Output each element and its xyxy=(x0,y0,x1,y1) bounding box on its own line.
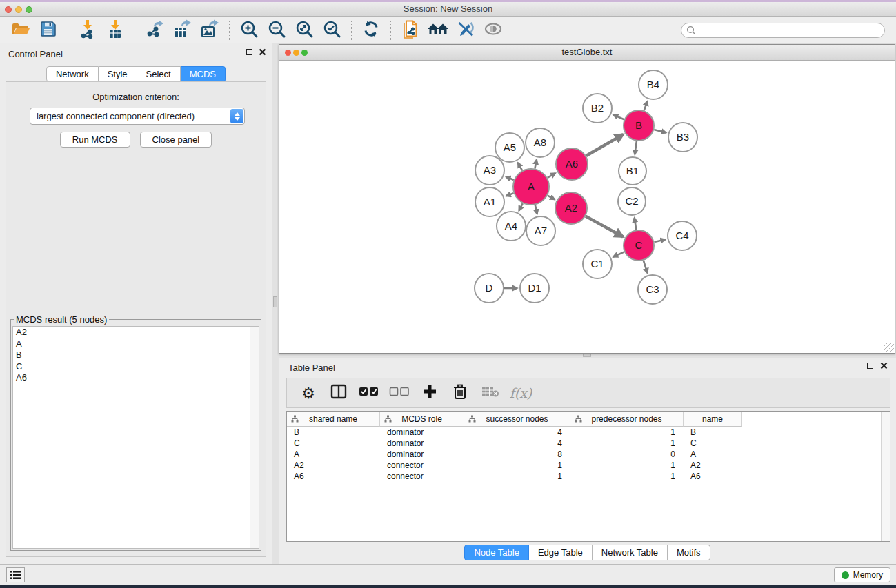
save-session-button[interactable] xyxy=(34,19,62,41)
cell-predecessor-nodes[interactable]: 1 xyxy=(570,460,684,471)
edge-B-B1[interactable] xyxy=(635,141,637,154)
cell-predecessor-nodes[interactable]: 0 xyxy=(570,449,684,460)
close-table-panel-icon[interactable] xyxy=(880,362,888,369)
edge-B-B4[interactable] xyxy=(644,101,648,111)
cell-shared-name[interactable]: B xyxy=(287,427,380,438)
cell-predecessor-nodes[interactable]: 1 xyxy=(570,427,684,438)
refresh-button[interactable] xyxy=(357,19,385,41)
edge-C-C4[interactable] xyxy=(655,239,666,242)
zoom-window-button[interactable] xyxy=(26,6,32,13)
zoom-fit-button[interactable] xyxy=(290,19,318,41)
cell-shared-name[interactable]: A6 xyxy=(287,471,380,482)
tab-node-table[interactable]: Node Table xyxy=(464,545,529,560)
zoom-in-button[interactable] xyxy=(235,19,263,41)
edge-B-B3[interactable] xyxy=(654,130,666,133)
hide-labels-button[interactable] xyxy=(452,19,479,41)
cell-shared-name[interactable]: C xyxy=(287,438,380,449)
zoom-selected-button[interactable] xyxy=(318,19,346,41)
table-scrollbar[interactable] xyxy=(881,412,890,541)
cell-predecessor-nodes[interactable]: 1 xyxy=(570,438,684,449)
column-header-mcds-role[interactable]: MCDS role xyxy=(380,412,464,427)
result-item[interactable]: C xyxy=(13,361,259,373)
cell-successor-nodes[interactable]: 1 xyxy=(464,460,570,471)
float-panel-icon[interactable] xyxy=(246,49,252,55)
tab-network-table[interactable]: Network Table xyxy=(593,545,668,560)
cell-mcds-role[interactable]: dominator xyxy=(380,427,464,438)
result-item[interactable]: A2 xyxy=(13,327,259,338)
eye-button[interactable] xyxy=(479,19,507,41)
tab-mcds[interactable]: MCDS xyxy=(181,66,226,82)
task-history-button[interactable] xyxy=(6,567,25,582)
run-mcds-button[interactable]: Run MCDS xyxy=(60,132,130,148)
import-table-button[interactable] xyxy=(101,19,129,41)
edge-A-A3[interactable] xyxy=(506,176,514,180)
export-table-button[interactable] xyxy=(168,19,196,41)
edge-C-C2[interactable] xyxy=(635,218,637,230)
edge-A-A7[interactable] xyxy=(535,205,537,214)
cell-successor-nodes[interactable]: 8 xyxy=(464,449,570,460)
network-close-button[interactable] xyxy=(285,50,291,56)
table-row[interactable]: A6connector11A6 xyxy=(287,471,890,482)
float-table-panel-icon[interactable] xyxy=(867,363,873,369)
result-item[interactable]: A xyxy=(13,338,259,350)
edge-A-A6[interactable] xyxy=(548,173,556,178)
export-network-button[interactable] xyxy=(141,19,168,41)
cell-mcds-role[interactable]: connector xyxy=(380,460,464,471)
deselect-all-button[interactable] xyxy=(386,381,412,405)
edge-A6-B[interactable] xyxy=(586,134,624,156)
vertical-splitter-handle[interactable] xyxy=(273,296,277,307)
zoom-out-button[interactable] xyxy=(263,19,290,41)
result-item[interactable]: B xyxy=(13,349,259,361)
cell-successor-nodes[interactable]: 1 xyxy=(464,471,570,482)
edge-C-C3[interactable] xyxy=(644,261,648,273)
function-builder-button[interactable]: f(x) xyxy=(508,381,534,405)
column-header-name[interactable]: name xyxy=(684,412,742,427)
delete-column-button[interactable] xyxy=(447,381,473,405)
close-window-button[interactable] xyxy=(5,6,12,13)
cell-predecessor-nodes[interactable]: 1 xyxy=(570,471,684,482)
cell-shared-name[interactable]: A2 xyxy=(287,460,380,471)
edge-C-C1[interactable] xyxy=(613,252,624,256)
cell-name[interactable]: B xyxy=(684,427,742,438)
table-mode-button[interactable]: ⚙ xyxy=(295,381,321,405)
result-list-scrollbar[interactable] xyxy=(250,327,259,548)
tab-edge-table[interactable]: Edge Table xyxy=(529,545,593,560)
tab-motifs[interactable]: Motifs xyxy=(668,545,710,560)
cell-name[interactable]: A6 xyxy=(684,471,742,482)
cell-mcds-role[interactable]: dominator xyxy=(380,438,464,449)
delete-table-button[interactable] xyxy=(477,381,504,405)
optimization-criterion-select[interactable]: largest connected component (directed) xyxy=(30,108,245,125)
table-row[interactable]: Adominator80A xyxy=(287,449,890,460)
export-image-button[interactable] xyxy=(196,19,223,41)
import-network-button[interactable] xyxy=(74,19,101,41)
cell-successor-nodes[interactable]: 4 xyxy=(464,438,570,449)
cell-name[interactable]: C xyxy=(684,438,742,449)
tab-select[interactable]: Select xyxy=(137,66,181,82)
network-window-titlebar[interactable]: testGlobe.txt xyxy=(279,45,895,61)
tab-style[interactable]: Style xyxy=(99,66,137,82)
network-graph[interactable]: AA1A2A3A4A5A6A7A8BB1B2B3B4CC1C2C3C4DD1 xyxy=(279,61,895,353)
tab-network[interactable]: Network xyxy=(46,66,99,82)
network-from-file-button[interactable] xyxy=(397,19,424,41)
edge-A-A2[interactable] xyxy=(548,196,555,200)
column-header-successor-nodes[interactable]: successor nodes xyxy=(464,412,570,427)
edge-A-A5[interactable] xyxy=(518,163,522,170)
cell-mcds-role[interactable]: connector xyxy=(380,471,464,482)
cell-successor-nodes[interactable]: 4 xyxy=(464,427,570,438)
cell-shared-name[interactable]: A xyxy=(287,449,380,460)
cell-mcds-role[interactable]: dominator xyxy=(380,449,464,460)
select-all-button[interactable] xyxy=(356,381,382,405)
create-column-button[interactable] xyxy=(417,381,443,405)
table-row[interactable]: Cdominator41C xyxy=(287,438,890,449)
edge-A2-C[interactable] xyxy=(586,216,623,237)
memory-button[interactable]: Memory xyxy=(834,567,890,582)
show-column-button[interactable] xyxy=(326,381,352,405)
close-panel-button[interactable]: Close panel xyxy=(140,132,212,148)
home-button[interactable] xyxy=(424,19,452,41)
table-row[interactable]: Bdominator41B xyxy=(287,427,890,438)
edge-A-A8[interactable] xyxy=(535,160,537,169)
cell-name[interactable]: A2 xyxy=(684,460,742,471)
network-canvas[interactable]: AA1A2A3A4A5A6A7A8BB1B2B3B4CC1C2C3C4DD1 xyxy=(279,61,895,353)
edge-B-B2[interactable] xyxy=(613,115,624,120)
edge-A-A4[interactable] xyxy=(519,203,523,211)
